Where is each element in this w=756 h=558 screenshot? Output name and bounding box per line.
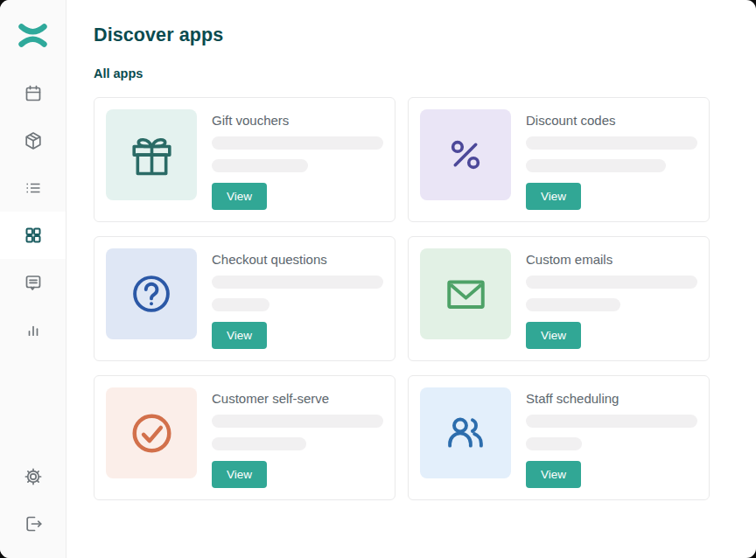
app-window: Discover apps All apps Gift vouchers <box>0 0 756 558</box>
sidebar <box>0 0 66 558</box>
sidebar-item-logout[interactable] <box>0 500 66 548</box>
grid-icon <box>23 225 44 246</box>
view-button[interactable]: View <box>526 183 581 210</box>
sidebar-item-products[interactable] <box>0 117 66 164</box>
view-button[interactable]: View <box>212 322 267 349</box>
chat-icon <box>23 272 44 293</box>
placeholder-bar <box>526 415 697 428</box>
percent-icon <box>444 133 487 177</box>
app-card-staff-scheduling: Staff scheduling View <box>408 375 710 500</box>
calendar-icon <box>23 83 44 104</box>
placeholder-bar <box>526 159 666 172</box>
app-card-title: Discount codes <box>526 112 697 129</box>
list-icon <box>23 178 44 199</box>
app-icon-tile <box>420 387 511 478</box>
app-card-body: Staff scheduling View <box>526 387 697 488</box>
app-icon-tile <box>420 109 511 200</box>
placeholder-bar <box>526 276 697 289</box>
sidebar-item-calendar[interactable] <box>0 70 66 117</box>
app-card-title: Gift vouchers <box>212 112 383 129</box>
app-icon-tile <box>106 248 197 339</box>
app-icon-tile <box>420 248 511 339</box>
sidebar-item-reports[interactable] <box>0 306 66 353</box>
package-icon <box>23 130 44 151</box>
brand-logo-icon <box>18 23 47 48</box>
placeholder-bar <box>212 159 308 172</box>
app-card-body: Checkout questions View <box>212 248 383 349</box>
placeholder-bar <box>212 415 383 428</box>
logout-icon <box>23 513 44 534</box>
app-card-body: Discount codes View <box>526 109 697 210</box>
sidebar-item-apps[interactable] <box>0 212 66 259</box>
sidebar-footer <box>0 453 66 548</box>
placeholder-bar <box>526 298 620 311</box>
placeholder-bar <box>526 437 582 450</box>
app-grid: Gift vouchers View Discount codes <box>94 97 756 500</box>
placeholder-bar <box>212 276 383 289</box>
view-button[interactable]: View <box>526 461 581 488</box>
brand-logo[interactable] <box>0 0 66 70</box>
app-card-title: Staff scheduling <box>526 390 697 407</box>
app-card-body: Customer self-serve View <box>212 387 383 488</box>
page-title: Discover apps <box>94 24 756 46</box>
sidebar-nav <box>0 70 66 353</box>
app-card-checkout-questions: Checkout questions View <box>94 236 396 361</box>
app-card-discount-codes: Discount codes View <box>408 97 710 222</box>
section-label-all-apps: All apps <box>94 66 756 80</box>
app-card-body: Gift vouchers View <box>212 109 383 210</box>
placeholder-bar <box>212 136 383 150</box>
people-icon <box>443 410 488 456</box>
sidebar-item-settings[interactable] <box>0 453 66 500</box>
view-button[interactable]: View <box>212 183 267 210</box>
app-card-title: Checkout questions <box>212 251 383 268</box>
bar-chart-icon <box>23 319 44 340</box>
app-icon-tile <box>106 109 197 200</box>
app-card-title: Customer self-serve <box>212 390 383 407</box>
check-circle-icon <box>128 409 176 457</box>
envelope-icon <box>442 270 490 318</box>
app-card-gift-vouchers: Gift vouchers View <box>94 97 396 222</box>
placeholder-bar <box>526 136 697 150</box>
app-card-customer-self-serve: Customer self-serve View <box>94 375 396 500</box>
app-card-title: Custom emails <box>526 251 697 268</box>
sidebar-item-lists[interactable] <box>0 164 66 212</box>
view-button[interactable]: View <box>212 461 267 488</box>
placeholder-bar <box>212 298 270 311</box>
main-content: Discover apps All apps Gift vouchers <box>66 0 756 558</box>
gift-icon <box>128 131 176 179</box>
view-button[interactable]: View <box>526 322 581 349</box>
app-card-body: Custom emails View <box>526 248 697 349</box>
placeholder-bar <box>212 437 306 450</box>
gear-icon <box>23 466 44 487</box>
sidebar-item-messages[interactable] <box>0 259 66 306</box>
app-icon-tile <box>106 387 197 478</box>
sidebar-spacer <box>0 353 66 453</box>
question-circle-icon <box>128 270 175 317</box>
app-card-custom-emails: Custom emails View <box>408 236 710 361</box>
